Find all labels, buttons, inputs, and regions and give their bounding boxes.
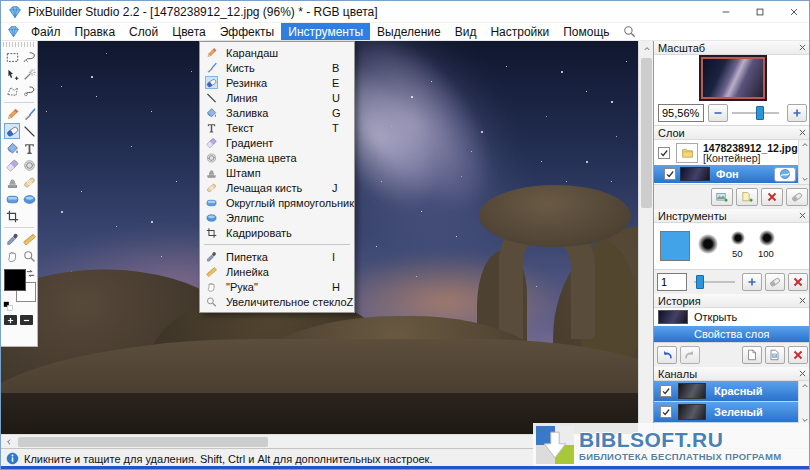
delete-history-button[interactable] <box>788 346 808 364</box>
channel-checkbox[interactable] <box>660 385 672 397</box>
vertical-scroll-thumb[interactable] <box>641 58 652 208</box>
tool-pencil[interactable] <box>4 106 20 122</box>
tool-text[interactable] <box>21 140 37 156</box>
default-colors-icon[interactable] <box>3 301 13 311</box>
menu-item-line[interactable]: ЛинияU <box>200 90 354 105</box>
tool-eraser[interactable] <box>4 123 20 139</box>
tool-color-replace[interactable] <box>21 157 37 173</box>
menu-item-text[interactable]: ТекстT <box>200 120 354 135</box>
zoom-slider-handle[interactable] <box>756 106 764 120</box>
tool-magnetic-lasso[interactable] <box>21 83 37 99</box>
brush-size-slider[interactable] <box>694 275 735 289</box>
chevron-up-icon[interactable] <box>801 141 809 149</box>
menu-item-ruler[interactable]: Линейка <box>200 264 354 279</box>
delete-layer-button[interactable] <box>761 188 783 206</box>
channel-row-green[interactable]: Зеленый <box>654 402 798 423</box>
menu-item-hand[interactable]: "Рука"H <box>200 279 354 294</box>
layer-row-container[interactable]: 1478238912_12.jpg [Контейнер] <box>654 140 798 165</box>
menu-item-color-replace[interactable]: Замена цвета <box>200 150 354 165</box>
close-icon[interactable] <box>798 211 807 220</box>
vertical-scrollbar[interactable] <box>638 41 653 434</box>
close-icon[interactable] <box>798 43 807 52</box>
menu-item-eyedropper[interactable]: ПипеткаI <box>200 249 354 264</box>
layer-visibility-checkbox[interactable] <box>658 147 670 159</box>
add-layer-button[interactable] <box>736 188 758 206</box>
snapshot-from-image-button[interactable] <box>765 346 785 364</box>
tool-line[interactable] <box>21 123 37 139</box>
brush-delete-button[interactable] <box>788 273 808 291</box>
zoom-in-button[interactable] <box>4 315 17 325</box>
active-color-swatch[interactable] <box>660 231 690 261</box>
tool-gradient[interactable] <box>4 157 20 173</box>
menu-layer[interactable]: Слой <box>122 23 165 40</box>
menu-item-fill[interactable]: ЗаливкаG <box>200 105 354 120</box>
zoom-minus-button[interactable] <box>708 104 728 122</box>
tool-crop[interactable] <box>4 208 20 224</box>
zoom-out-button[interactable] <box>20 315 33 325</box>
tool-brush[interactable] <box>21 106 37 122</box>
menu-settings[interactable]: Настройки <box>483 23 556 40</box>
tool-magic-wand[interactable] <box>21 66 37 82</box>
zoom-plus-button[interactable] <box>787 104 807 122</box>
menu-item-eraser[interactable]: РезинкаE <box>200 75 354 90</box>
menu-item-magnifier[interactable]: Увеличительное стеклоZ <box>200 294 354 309</box>
close-icon[interactable] <box>798 296 807 305</box>
toolbar-grip[interactable] <box>3 42 35 47</box>
channels-scrollbar[interactable] <box>798 381 810 425</box>
minimize-button[interactable] <box>709 1 743 23</box>
layer-row-background[interactable]: Фон <box>654 165 798 183</box>
menu-item-gradient[interactable]: Градиент <box>200 135 354 150</box>
tool-ruler[interactable] <box>21 231 37 247</box>
search-icon[interactable] <box>623 25 636 38</box>
tool-rounded-rect[interactable] <box>4 191 20 207</box>
add-image-layer-button[interactable] <box>711 188 733 206</box>
brush-preview-100[interactable] <box>759 230 775 246</box>
channel-row-red[interactable]: Красный <box>654 381 798 402</box>
menu-item-rounded-rect[interactable]: Округлый прямоугольник <box>200 195 354 210</box>
layer-effects-button[interactable] <box>774 167 796 182</box>
brush-preview-dot[interactable] <box>698 234 718 254</box>
menu-effects[interactable]: Эффекты <box>213 23 282 40</box>
tool-fill[interactable] <box>4 140 20 156</box>
layers-scrollbar[interactable] <box>798 140 810 184</box>
horizontal-scroll-thumb[interactable] <box>18 437 268 447</box>
layer-visibility-checkbox[interactable] <box>664 168 676 180</box>
menu-item-stamp[interactable]: Штамп <box>200 165 354 180</box>
menu-help[interactable]: Помощь <box>556 23 616 40</box>
tool-magnifier[interactable] <box>21 248 37 264</box>
scroll-left-button[interactable] <box>1 435 16 449</box>
menu-edit[interactable]: Правка <box>68 23 123 40</box>
zoom-preview-thumbnail[interactable] <box>701 57 765 99</box>
tool-polygon-select[interactable] <box>4 83 20 99</box>
channel-checkbox[interactable] <box>660 406 672 418</box>
layer-folder-thumb[interactable] <box>676 143 698 163</box>
foreground-color-swatch[interactable] <box>4 269 26 291</box>
swap-colors-icon[interactable] <box>25 268 36 279</box>
tool-hand[interactable] <box>4 248 20 264</box>
close-icon[interactable] <box>798 128 807 137</box>
menu-tools[interactable]: Инструменты <box>281 23 370 40</box>
tool-move[interactable] <box>4 66 20 82</box>
tool-rect-select[interactable] <box>4 49 20 65</box>
zoom-value-input[interactable] <box>658 104 704 122</box>
zoom-slider[interactable] <box>732 106 779 120</box>
redo-button[interactable] <box>680 346 700 364</box>
menu-item-healing-brush[interactable]: Лечащая кистьJ <box>200 180 354 195</box>
brush-slider-handle[interactable] <box>696 275 704 289</box>
menu-item-pencil[interactable]: Карандаш <box>200 45 354 60</box>
close-icon[interactable] <box>798 369 807 378</box>
new-snapshot-button[interactable] <box>742 346 762 364</box>
tool-healing-brush[interactable] <box>21 174 37 190</box>
tool-ellipse[interactable] <box>21 191 37 207</box>
menu-file[interactable]: Файл <box>24 23 68 40</box>
brush-clear-button[interactable] <box>765 273 785 291</box>
brush-size-input[interactable] <box>657 273 687 291</box>
maximize-button[interactable] <box>743 1 777 23</box>
chevron-up-icon[interactable] <box>801 382 809 390</box>
history-entry-open[interactable]: Открыть <box>654 308 810 326</box>
chevron-down-icon[interactable] <box>801 175 809 183</box>
menu-item-brush[interactable]: КистьB <box>200 60 354 75</box>
clear-layer-button[interactable] <box>786 188 808 206</box>
menu-item-crop[interactable]: Кадрировать <box>200 225 354 240</box>
menu-view[interactable]: Вид <box>448 23 484 40</box>
